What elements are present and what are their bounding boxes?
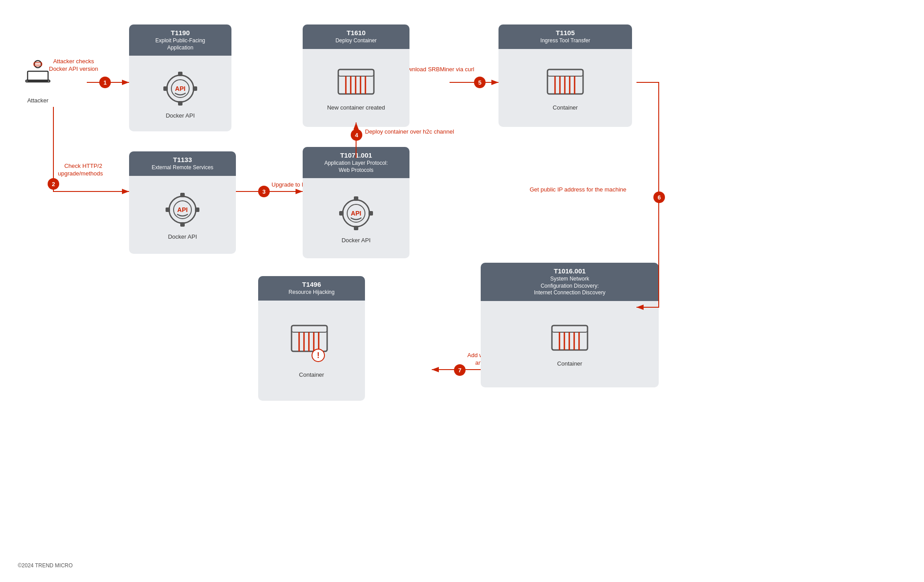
- node-t1016: T1016.001 System NetworkConfiguration Di…: [481, 263, 659, 387]
- step-label-4: Deploy container over h2c channel: [365, 128, 454, 136]
- node-t1133-header: T1133 External Remote Services: [129, 151, 236, 176]
- step-badge-5: 5: [474, 77, 486, 88]
- svg-rect-31: [354, 226, 358, 230]
- api-gear-icon-2: API: [162, 190, 203, 230]
- node-t1133-body: API Docker API: [158, 176, 207, 254]
- step-badge-1: 1: [99, 77, 111, 88]
- node-t1105: T1105 Ingress Tool Transfer Container: [498, 24, 632, 127]
- step-label-2: Check HTTP/2 upgrade/methods: [58, 155, 103, 185]
- node-t1071-body: API Docker API: [332, 178, 381, 258]
- diagram-container: 1 Attacker checks Docker API version 2 C…: [0, 0, 924, 582]
- node-t1610-body: New container created: [323, 49, 389, 127]
- attacker-icon: [22, 58, 53, 94]
- node-t1610: T1610 Deploy Container New container cre…: [303, 24, 409, 127]
- node-t1105-label: Container: [553, 104, 578, 111]
- svg-rect-30: [354, 196, 358, 201]
- node-t1105-header: T1105 Ingress Tool Transfer: [498, 24, 632, 49]
- step-badge-4: 4: [351, 129, 362, 141]
- container-icon-3: [550, 321, 590, 357]
- attacker-label: Attacker: [27, 97, 49, 104]
- svg-text:API: API: [351, 210, 361, 217]
- svg-rect-32: [339, 211, 344, 216]
- step-badge-3: 3: [258, 186, 270, 197]
- svg-rect-14: [178, 72, 182, 76]
- node-t1190-body: API Docker API: [156, 56, 205, 131]
- step-label-5: Download SRBMiner via curl: [401, 66, 474, 73]
- svg-rect-50: [552, 326, 588, 332]
- api-gear-icon-3: API: [336, 193, 376, 233]
- node-t1071-label: Docker API: [341, 237, 370, 244]
- svg-rect-8: [28, 71, 48, 81]
- svg-text:API: API: [175, 85, 185, 92]
- svg-rect-43: [547, 69, 583, 76]
- attacker-figure: Attacker: [22, 58, 53, 104]
- svg-rect-33: [369, 211, 373, 216]
- svg-rect-57: [292, 326, 327, 332]
- node-t1496: T1496 Resource Hijacking ! Container: [258, 276, 365, 401]
- copyright: ©2024 TREND MICRO: [18, 562, 73, 569]
- node-t1496-label: Container: [299, 371, 324, 378]
- svg-rect-17: [193, 86, 197, 91]
- node-t1133: T1133 External Remote Services API Docke…: [129, 151, 236, 254]
- node-t1190: T1190 Exploit Public-FacingApplication: [129, 24, 231, 131]
- step-label-1: Attacker checks Docker API version: [49, 58, 98, 73]
- api-gear-icon: API: [160, 69, 200, 109]
- node-t1071-header: T1071.001 Application Layer Protocol:Web…: [303, 147, 409, 178]
- node-t1190-label: Docker API: [166, 112, 195, 119]
- node-t1105-body: Container: [541, 49, 590, 127]
- step-label-6: Get public IP address for the machine: [530, 186, 626, 194]
- svg-rect-26: [195, 208, 199, 212]
- svg-text:!: !: [317, 351, 320, 360]
- svg-rect-25: [166, 208, 170, 212]
- container-icon: [336, 65, 376, 101]
- node-t1496-body: ! Container: [285, 301, 338, 401]
- node-t1496-header: T1496 Resource Hijacking: [258, 276, 365, 301]
- svg-rect-23: [180, 193, 185, 197]
- node-t1190-header: T1190 Exploit Public-FacingApplication: [129, 24, 231, 56]
- step-badge-7: 7: [454, 364, 466, 376]
- node-t1071: T1071.001 Application Layer Protocol:Web…: [303, 147, 409, 258]
- node-t1016-header: T1016.001 System NetworkConfiguration Di…: [481, 263, 659, 301]
- container-icon-2: [545, 65, 585, 101]
- svg-rect-15: [178, 101, 182, 106]
- node-t1016-body: Container: [545, 301, 594, 387]
- node-t1133-label: Docker API: [168, 233, 197, 240]
- svg-rect-16: [163, 86, 168, 91]
- step-badge-2: 2: [48, 178, 59, 190]
- svg-rect-36: [338, 69, 374, 76]
- container-alert-icon: !: [289, 323, 334, 368]
- node-t1610-label: New container created: [327, 104, 385, 111]
- step-badge-6: 6: [653, 191, 665, 203]
- node-t1610-header: T1610 Deploy Container: [303, 24, 409, 49]
- svg-rect-24: [180, 222, 185, 227]
- svg-text:API: API: [177, 206, 187, 213]
- node-t1016-label: Container: [557, 360, 582, 367]
